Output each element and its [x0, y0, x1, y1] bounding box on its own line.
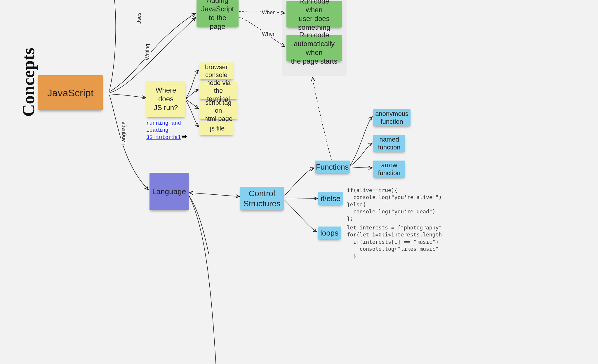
link-text: running and loading JS tutorial	[146, 120, 181, 140]
node-label: JavaScript	[47, 87, 94, 99]
node-if-else[interactable]: if/else	[318, 192, 343, 205]
node-language[interactable]: Language	[150, 173, 189, 210]
edge-label-language: Language	[121, 121, 127, 145]
node-label: loops	[320, 228, 338, 238]
node-loops[interactable]: loops	[318, 227, 341, 239]
node-label: browser console	[205, 63, 228, 79]
node-adding-js[interactable]: Adding JavaScript to the page	[197, 0, 239, 27]
node-script-tag[interactable]: script tag on html page	[199, 102, 238, 119]
node-run-auto[interactable]: Run code automatically when the page sta…	[286, 35, 342, 61]
link-running-loading-tutorial[interactable]: running and loading JS tutorial	[146, 120, 199, 141]
code-ifelse: if(alive==true){ console.log("you're ali…	[347, 187, 442, 222]
node-label: Functions	[316, 162, 349, 172]
node-where-runs[interactable]: Where does JS run?	[146, 81, 185, 117]
edge-label-uses: Uses	[136, 12, 142, 25]
node-control-structures[interactable]: Control Structures	[240, 187, 284, 210]
code-loops: let interests = ["photography" for(let i…	[347, 224, 442, 259]
edge-label-writing: Writing	[145, 43, 151, 61]
node-label: named function	[378, 135, 400, 151]
node-label: if/else	[321, 194, 340, 203]
node-node-terminal[interactable]: node via the terminal	[199, 82, 238, 99]
node-label: Run code when user does something	[291, 0, 338, 32]
node-label: anonymous function	[375, 110, 408, 126]
node-label: .js file	[208, 124, 225, 133]
node-label: Language	[152, 187, 186, 196]
external-link-icon	[182, 135, 187, 140]
section-heading: Concepts	[18, 48, 39, 117]
node-label: Run code automatically when the page sta…	[291, 31, 338, 66]
node-run-user[interactable]: Run code when user does something	[286, 1, 342, 27]
node-functions[interactable]: Functions	[315, 161, 350, 173]
node-named-fn[interactable]: named function	[373, 135, 405, 152]
node-label: Adding JavaScript to the page	[201, 0, 234, 31]
node-label: arrow function	[378, 161, 400, 177]
node-anon-fn[interactable]: anonymous function	[373, 109, 411, 126]
node-browser-console[interactable]: browser console	[199, 62, 234, 79]
node-js-file[interactable]: .js file	[199, 122, 234, 135]
node-label: script tag on html page	[203, 99, 234, 123]
node-label: Where does JS run?	[150, 86, 181, 112]
node-javascript[interactable]: JavaScript	[38, 75, 103, 110]
edge-label-when-1: When	[261, 10, 276, 16]
edge-label-when-2: When	[261, 31, 276, 37]
node-label: Control Structures	[243, 188, 281, 209]
node-arrow-fn[interactable]: arrow function	[373, 161, 405, 177]
